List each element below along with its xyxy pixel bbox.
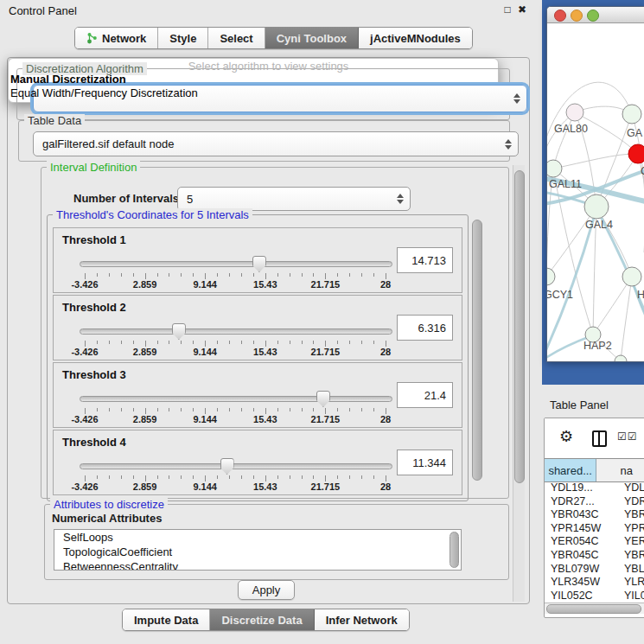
slider-tick — [349, 273, 350, 277]
network-canvas[interactable]: GAL80GACGAL11GAL4GCY1HHAP2 — [547, 23, 644, 362]
network-node[interactable] — [628, 144, 644, 163]
window-close-traffic-button[interactable] — [554, 10, 566, 22]
slider-tick — [277, 408, 278, 411]
threshold-slider-1[interactable]: -3.4262.8599.14415.4321.71528 — [80, 252, 391, 289]
network-window: GAL80GACGAL11GAL4GCY1HHAP2 — [546, 6, 644, 362]
window-zoom-traffic-button[interactable] — [587, 10, 599, 22]
close-button[interactable]: ✖ — [515, 3, 529, 16]
network-node[interactable] — [566, 104, 583, 121]
slider-tick — [109, 408, 110, 411]
slider-tick — [85, 273, 86, 279]
threshold-slider-3[interactable]: -3.4262.8599.14415.4321.71528 — [80, 387, 391, 424]
column-header-shared[interactable]: shared... — [545, 459, 596, 481]
interval-group-title: Interval Definition — [47, 161, 140, 174]
slider-tick — [97, 273, 98, 277]
table-row[interactable]: YER054CYER0 — [545, 535, 644, 549]
threshold-value-field-3[interactable]: 21.4 — [397, 382, 453, 408]
threshold-slider-2[interactable]: -3.4262.8599.14415.4321.71528 — [80, 320, 391, 356]
slider-track[interactable] — [80, 261, 392, 267]
window-minimize-traffic-button[interactable] — [571, 10, 583, 22]
scrollbar-thumb[interactable] — [450, 532, 459, 568]
table-data-combo[interactable]: galFiltered.sif default node — [33, 131, 519, 156]
network-edge[interactable] — [547, 207, 596, 277]
table-row[interactable]: YBR043CYBR0 — [545, 508, 644, 522]
slider-thumb[interactable] — [220, 458, 234, 475]
slider-tick — [157, 341, 158, 344]
threshold-value-field-4[interactable]: 11.344 — [397, 450, 453, 475]
slider-tick — [386, 475, 386, 481]
gear-icon[interactable]: ⚙ — [559, 429, 573, 444]
network-node[interactable] — [615, 355, 627, 362]
threshold-value-field-1[interactable]: 14.713 — [397, 247, 453, 273]
table-row[interactable]: YLR345WYLR3 — [545, 576, 644, 590]
threshold-slider-4[interactable]: -3.4262.8599.14415.4321.71528 — [80, 455, 391, 491]
slider-tick — [386, 273, 386, 279]
network-edge[interactable] — [547, 82, 632, 151]
network-edge[interactable] — [593, 277, 632, 335]
list-item[interactable]: SelfLoops — [54, 530, 461, 545]
table-row[interactable]: YDL19...YDL1 — [545, 481, 644, 495]
checkbox-icons[interactable]: ☑☑ — [617, 430, 638, 443]
num-intervals-combo[interactable]: 5 — [177, 187, 411, 211]
panel-scrollbar[interactable] — [513, 165, 525, 602]
table-h-scrollbar[interactable] — [545, 603, 644, 614]
threshold-value-field-2[interactable]: 6.316 — [397, 315, 453, 341]
tab-jactivemnodules[interactable]: jActiveMNodules — [359, 28, 472, 48]
column-header-name[interactable]: na — [596, 459, 644, 481]
table-row[interactable]: YPR145WYPR1 — [545, 522, 644, 536]
network-edge[interactable] — [553, 154, 638, 169]
network-node[interactable] — [547, 160, 562, 177]
table-row[interactable]: YBR045CYBR0 — [545, 549, 644, 563]
table-cell: YPR1 — [618, 522, 644, 536]
network-node-label: H — [637, 289, 644, 301]
tab-infer-network[interactable]: Infer Network — [315, 609, 409, 630]
slider-tick — [373, 408, 374, 411]
scrollbar-thumb[interactable] — [514, 170, 525, 483]
tab-impute-data[interactable]: Impute Data — [123, 609, 210, 630]
scrollbar-thumb[interactable] — [472, 220, 482, 481]
network-node[interactable] — [584, 194, 609, 219]
slider-track[interactable] — [80, 328, 392, 335]
table-toolbar: ⚙ ☑☑ — [545, 418, 644, 458]
apply-button[interactable]: Apply — [238, 580, 295, 600]
tab-cyni-toolbox[interactable]: Cyni Toolbox — [265, 28, 359, 48]
network-edge[interactable] — [621, 277, 632, 361]
tab-network[interactable]: Network — [75, 28, 158, 48]
thresholds-group-title: Threshold's Coordinates for 5 Intervals — [53, 208, 252, 221]
float-button[interactable]: □ — [501, 3, 514, 16]
list-item[interactable]: TopologicalCoefficient — [54, 545, 461, 559]
slider-tick — [121, 475, 122, 479]
thresholds-scrollbar[interactable] — [471, 216, 482, 498]
slider-tick — [193, 273, 194, 277]
tab-discretize-data[interactable]: Discretize Data — [210, 609, 314, 630]
slider-tick-label: -3.426 — [71, 481, 98, 492]
slider-thumb[interactable] — [172, 323, 186, 340]
table-row[interactable]: YDR27...YDR2 — [545, 495, 644, 509]
scrollbar-thumb[interactable] — [546, 604, 641, 614]
slider-tick — [325, 341, 326, 347]
table-cell: YBR0 — [618, 508, 644, 522]
table-row[interactable]: YBL079WYBL0 — [545, 563, 644, 577]
popup-option-manual[interactable]: Manual Discretization — [10, 73, 126, 86]
slider-track[interactable] — [80, 463, 392, 469]
network-node[interactable] — [622, 267, 641, 286]
network-desktop: GAL80GACGAL11GAL4GCY1HHAP2 — [542, 0, 644, 385]
tab-select[interactable]: Select — [208, 28, 265, 48]
combo-arrows-icon — [513, 93, 520, 104]
slider-track[interactable] — [80, 396, 392, 402]
slider-tick — [373, 273, 374, 277]
network-node[interactable] — [547, 268, 555, 285]
list-item[interactable]: BetweennessCentrality — [54, 559, 461, 571]
slider-thumb[interactable] — [252, 256, 266, 272]
popup-option-equal-width[interactable]: Equal Width/Frequency Discretization — [10, 86, 198, 99]
tab-style[interactable]: Style — [158, 28, 208, 48]
slider-thumb[interactable] — [316, 391, 330, 407]
network-node[interactable] — [622, 105, 641, 124]
table-panel-title: Table Panel — [550, 399, 609, 411]
threshold-panel-4: Threshold 4 -3.4262.8599.14415.4321.7152… — [53, 430, 462, 495]
numerical-attributes-list[interactable]: SelfLoopsTopologicalCoefficientBetweenne… — [54, 529, 462, 571]
slider-tick — [181, 341, 182, 344]
slider-tick — [133, 341, 134, 344]
split-pane-icon[interactable] — [592, 430, 607, 447]
table-row[interactable]: YIL052CYIL0 — [545, 590, 644, 603]
